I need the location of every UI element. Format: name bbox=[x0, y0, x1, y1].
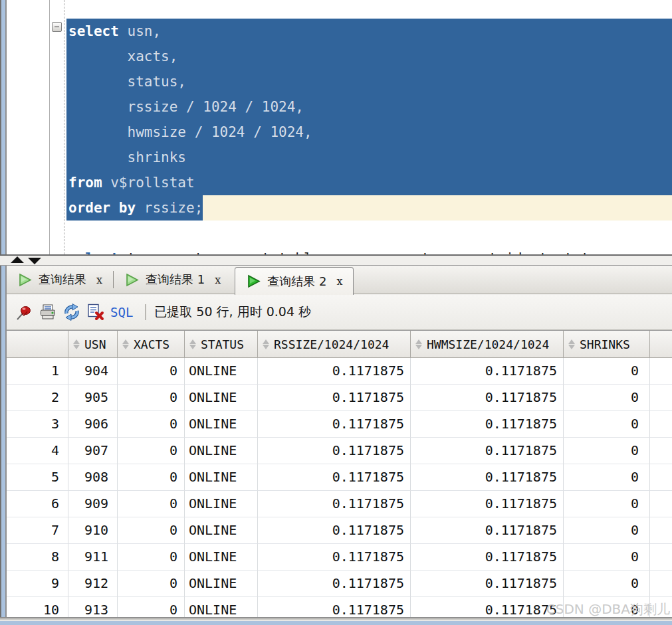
sort-icon[interactable] bbox=[72, 339, 80, 349]
printer-icon[interactable] bbox=[36, 301, 60, 323]
sort-icon[interactable] bbox=[189, 339, 196, 349]
row-number-cell[interactable]: 9 bbox=[7, 571, 68, 597]
column-header-xacts[interactable]: XACTS bbox=[118, 331, 185, 358]
code-line[interactable]: xacts, bbox=[66, 44, 672, 69]
table-cell[interactable]: 0 bbox=[118, 464, 185, 491]
sort-icon[interactable] bbox=[568, 339, 575, 349]
row-number-cell[interactable]: 8 bbox=[7, 544, 68, 571]
table-cell[interactable]: 0 bbox=[564, 544, 650, 571]
table-cell[interactable]: 0.1171875 bbox=[411, 544, 564, 571]
splitter-collapse-up-icon[interactable] bbox=[11, 256, 24, 263]
sort-icon[interactable] bbox=[122, 339, 129, 349]
table-row[interactable]: 89110ONLINE0.11718750.11718750 bbox=[7, 544, 672, 571]
table-cell[interactable]: ONLINE bbox=[185, 597, 258, 618]
table-cell[interactable]: ONLINE bbox=[185, 385, 258, 411]
table-cell[interactable]: 0 bbox=[118, 597, 185, 618]
sql-editor[interactable]: select usn, xacts, status, rssize / 1024… bbox=[7, 0, 672, 254]
table-cell[interactable]: 0.1171875 bbox=[258, 517, 411, 544]
horizontal-splitter[interactable] bbox=[0, 254, 672, 266]
table-cell[interactable]: 910 bbox=[68, 517, 118, 544]
table-cell[interactable]: 0 bbox=[564, 517, 650, 544]
table-cell[interactable]: 0 bbox=[564, 571, 650, 597]
table-cell[interactable]: 909 bbox=[68, 491, 118, 517]
column-header-usn[interactable]: USN bbox=[68, 331, 118, 358]
table-row[interactable]: 59080ONLINE0.11718750.11718750 bbox=[7, 464, 672, 491]
column-header-status[interactable]: STATUS bbox=[185, 331, 258, 358]
tab-close-icon[interactable]: x bbox=[215, 274, 221, 286]
table-cell[interactable]: ONLINE bbox=[185, 358, 258, 385]
table-cell[interactable]: 907 bbox=[68, 438, 118, 464]
table-cell[interactable]: 908 bbox=[68, 464, 118, 491]
table-cell[interactable]: 0.1171875 bbox=[258, 358, 411, 385]
table-cell[interactable]: 0.1171875 bbox=[411, 571, 564, 597]
collapse-minus-icon[interactable] bbox=[52, 22, 62, 32]
table-cell[interactable]: ONLINE bbox=[185, 544, 258, 571]
tab-query-result-2[interactable]: 查询结果 2x bbox=[235, 267, 354, 295]
table-cell[interactable]: 0.1171875 bbox=[258, 544, 411, 571]
tab-query-result-1[interactable]: 查询结果 1x bbox=[114, 266, 231, 294]
code-line[interactable]: rssize / 1024 / 1024, bbox=[66, 94, 672, 120]
delete-result-icon[interactable] bbox=[84, 301, 108, 323]
table-cell[interactable]: 0 bbox=[118, 571, 185, 597]
table-cell[interactable]: 0 bbox=[564, 411, 650, 438]
table-cell[interactable]: ONLINE bbox=[185, 411, 258, 438]
code-line[interactable]: hwmsize / 1024 / 1024, bbox=[66, 120, 672, 145]
table-cell[interactable]: 904 bbox=[68, 358, 118, 385]
sql-link[interactable]: SQL bbox=[110, 305, 133, 319]
row-number-cell[interactable]: 5 bbox=[7, 464, 68, 491]
table-cell[interactable]: ONLINE bbox=[185, 438, 258, 464]
row-number-cell[interactable]: 7 bbox=[7, 517, 68, 544]
row-number-cell[interactable]: 4 bbox=[7, 438, 68, 464]
table-row[interactable]: 49070ONLINE0.11718750.11718750 bbox=[7, 438, 672, 464]
table-cell[interactable]: 0.1171875 bbox=[411, 358, 564, 385]
row-number-cell[interactable]: 6 bbox=[7, 491, 68, 517]
tab-close-icon[interactable]: x bbox=[336, 275, 342, 288]
tab-query-result-0[interactable]: 查询结果x bbox=[7, 266, 113, 294]
table-cell[interactable]: 0 bbox=[118, 385, 185, 411]
table-cell[interactable]: 0.1171875 bbox=[258, 438, 411, 464]
table-cell[interactable]: 0 bbox=[564, 358, 650, 385]
table-row[interactable]: 19040ONLINE0.11718750.11718750 bbox=[7, 358, 672, 385]
table-cell[interactable]: 0.1171875 bbox=[258, 411, 411, 438]
table-cell[interactable]: 0 bbox=[118, 544, 185, 571]
code-line[interactable] bbox=[66, 221, 672, 246]
table-cell[interactable]: 0 bbox=[564, 464, 650, 491]
table-cell[interactable]: 0 bbox=[564, 385, 650, 411]
table-cell[interactable]: 0.1171875 bbox=[411, 491, 564, 517]
pushpin-icon[interactable] bbox=[12, 301, 36, 323]
code-line[interactable]: status, bbox=[66, 69, 672, 94]
table-cell[interactable]: 0 bbox=[118, 491, 185, 517]
sort-icon[interactable] bbox=[262, 339, 269, 349]
row-number-cell[interactable]: 2 bbox=[7, 385, 68, 411]
table-cell[interactable]: 0.1171875 bbox=[411, 385, 564, 411]
row-number-cell[interactable]: 10 bbox=[7, 597, 68, 618]
table-row[interactable]: 99120ONLINE0.11718750.11718750 bbox=[7, 571, 672, 597]
table-cell[interactable]: 0.1171875 bbox=[411, 464, 564, 491]
table-cell[interactable]: 913 bbox=[68, 597, 118, 618]
table-cell[interactable]: 0 bbox=[118, 411, 185, 438]
column-header-hwmsize-1024-1024[interactable]: HWMSIZE/1024/1024 bbox=[411, 331, 564, 358]
table-cell[interactable]: 0 bbox=[564, 491, 650, 517]
table-row[interactable]: 69090ONLINE0.11718750.11718750 bbox=[7, 491, 672, 517]
table-cell[interactable]: 911 bbox=[68, 544, 118, 571]
code-line[interactable]: select usn, bbox=[66, 19, 672, 44]
table-row[interactable]: 39060ONLINE0.11718750.11718750 bbox=[7, 411, 672, 438]
table-row[interactable]: 109130ONLINE0.11718750.11718750 bbox=[7, 597, 672, 618]
table-cell[interactable]: 0.1171875 bbox=[411, 438, 564, 464]
table-cell[interactable]: 0.1171875 bbox=[411, 517, 564, 544]
table-cell[interactable]: 0 bbox=[118, 438, 185, 464]
table-row[interactable]: 29050ONLINE0.11718750.11718750 bbox=[7, 385, 672, 411]
table-cell[interactable]: 0 bbox=[118, 517, 185, 544]
code-line[interactable]: from v$rollstat bbox=[66, 170, 672, 195]
table-cell[interactable]: 905 bbox=[68, 385, 118, 411]
table-cell[interactable]: 0 bbox=[564, 597, 650, 618]
table-cell[interactable]: 0.1171875 bbox=[258, 464, 411, 491]
table-cell[interactable]: 0.1171875 bbox=[411, 411, 564, 438]
table-cell[interactable]: 906 bbox=[68, 411, 118, 438]
code-line[interactable]: shrinks bbox=[66, 145, 672, 170]
table-cell[interactable]: 0 bbox=[118, 358, 185, 385]
row-number-cell[interactable]: 1 bbox=[7, 358, 68, 385]
code-line[interactable]: select t.segment_name, t.tablespace_name… bbox=[66, 246, 672, 254]
table-cell[interactable]: 0.1171875 bbox=[258, 385, 411, 411]
table-cell[interactable]: ONLINE bbox=[185, 464, 258, 491]
